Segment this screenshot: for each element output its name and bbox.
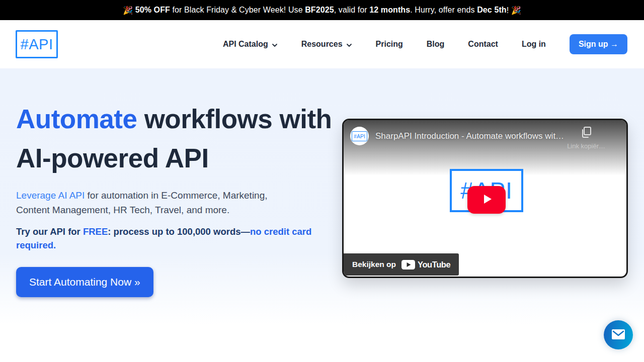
site-header: #API API Catalog Resources Pricing Blog (0, 20, 644, 68)
hero-heading-highlight: Automate (16, 104, 137, 134)
nav-item-resources[interactable]: Resources (301, 40, 352, 49)
promo-discount: 50% OFF (135, 6, 170, 15)
hero-heading: Automate workflows with AI-powered API (16, 100, 333, 178)
chevron-down-icon (346, 41, 352, 47)
copy-icon (581, 126, 592, 140)
nav-label: Blog (427, 40, 445, 49)
offer-free-highlight: FREE (83, 226, 108, 237)
envelope-icon (611, 329, 625, 341)
copy-link-button[interactable]: Link kopiër… (567, 126, 605, 150)
nav-label: API Catalog (223, 40, 268, 49)
signup-button[interactable]: Sign up → (570, 34, 627, 54)
nav-item-pricing[interactable]: Pricing (376, 40, 403, 49)
landing-page: 🎉 50% OFF for Black Friday & Cyber Week!… (0, 0, 644, 362)
leverage-ai-api-link[interactable]: Leverage AI API (16, 190, 85, 201)
logo-text: #API (21, 36, 53, 53)
chat-widget-button[interactable] (604, 320, 633, 349)
promo-text: for Black Friday & Cyber Week! Use (170, 6, 305, 15)
copy-link-label: Link kopiër… (567, 142, 605, 150)
hero-intro-paragraph: Leverage AI API for automation in E-Comm… (16, 188, 301, 218)
promo-duration: 12 months (369, 6, 410, 15)
watch-on-youtube-link[interactable]: Bekijken op YouTube (344, 253, 459, 276)
offer-text: : process up to 100,000 words— (108, 226, 250, 237)
nav-label: Contact (468, 40, 498, 49)
promo-code: BF2025 (305, 6, 334, 15)
promo-text: 🎉 (123, 6, 135, 15)
play-icon (480, 193, 493, 207)
chevron-down-icon (272, 41, 278, 47)
video-title-link[interactable]: SharpAPI Introduction - Automate workflo… (375, 131, 572, 141)
channel-avatar[interactable]: #API (350, 127, 369, 145)
nav-item-contact[interactable]: Contact (468, 40, 498, 49)
promo-banner: 🎉 50% OFF for Black Friday & Cyber Week!… (0, 0, 644, 20)
promo-text: ! 🎉 (507, 6, 521, 15)
youtube-video-player[interactable]: #API #API SharpAPI Introduction - Automa… (342, 119, 628, 278)
youtube-play-icon (401, 260, 415, 269)
youtube-wordmark: YouTube (418, 260, 450, 269)
play-button[interactable] (467, 186, 506, 214)
channel-avatar-logo-text: #API (352, 131, 367, 141)
watch-on-label: Bekijken op (352, 260, 396, 269)
nav-item-login[interactable]: Log in (522, 40, 546, 49)
start-automating-button[interactable]: Start Automating Now » (16, 267, 153, 297)
sharpapi-logo[interactable]: #API (16, 30, 58, 58)
promo-deadline: Dec 5th (477, 6, 507, 15)
promo-text: , valid for (334, 6, 370, 15)
nav-label: Pricing (376, 40, 403, 49)
nav-label: Resources (301, 40, 343, 49)
nav-item-blog[interactable]: Blog (427, 40, 445, 49)
nav-label: Log in (522, 40, 546, 49)
promo-text: . Hurry, offer ends (410, 6, 477, 15)
hero-offer-paragraph: Try our API for FREE: process up to 100,… (16, 225, 325, 252)
nav-item-api-catalog[interactable]: API Catalog (223, 40, 278, 49)
main-nav: API Catalog Resources Pricing Blog Conta… (223, 20, 627, 68)
offer-text: Try our API for (16, 226, 83, 237)
youtube-logo: YouTube (401, 260, 450, 269)
